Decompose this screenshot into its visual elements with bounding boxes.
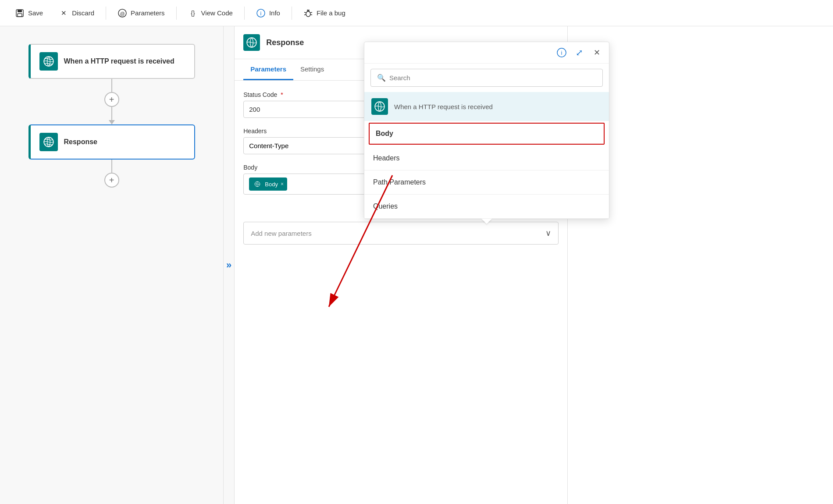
connector-arrow-1 <box>109 120 115 124</box>
trigger-node[interactable]: When a HTTP request is received <box>28 44 195 79</box>
chevron-down-icon: ∨ <box>545 228 551 238</box>
body-token-label: Body <box>265 181 278 188</box>
add-step-button-2[interactable]: + <box>104 173 119 188</box>
info-button[interactable]: i Info <box>250 5 286 21</box>
expand-arrow[interactable]: » <box>224 26 235 504</box>
divider-4 <box>292 7 292 20</box>
divider-2 <box>176 7 177 20</box>
svg-text:{}: {} <box>191 10 195 17</box>
info-icon: i <box>256 8 266 18</box>
save-label: Save <box>28 9 43 17</box>
response-title: Response <box>266 38 304 47</box>
body-token-close[interactable]: × <box>281 181 284 187</box>
view-code-icon: {} <box>188 8 198 18</box>
tab-parameters[interactable]: Parameters <box>243 59 293 80</box>
bug-icon <box>303 8 313 18</box>
main-area: When a HTTP request is received + Respon… <box>0 26 833 504</box>
connector-1: + <box>104 79 119 124</box>
tab-settings[interactable]: Settings <box>293 59 331 80</box>
svg-text:i: i <box>561 50 562 56</box>
parameters-icon: @ <box>117 8 127 18</box>
svg-point-15 <box>308 9 309 10</box>
divider-3 <box>244 7 245 20</box>
response-globe-icon <box>43 136 54 148</box>
svg-line-10 <box>310 12 312 13</box>
svg-rect-1 <box>18 10 22 12</box>
file-bug-label: File a bug <box>317 9 345 17</box>
divider-1 <box>106 7 106 20</box>
view-code-label: View Code <box>201 9 233 17</box>
search-icon: 🔍 <box>377 74 386 82</box>
svg-point-14 <box>307 9 308 10</box>
dropdown-tail <box>481 219 492 224</box>
view-code-button[interactable]: {} View Code <box>182 5 239 21</box>
dropdown-trigger-row[interactable]: When a HTTP request is received <box>364 92 609 121</box>
parameters-label: Parameters <box>131 9 165 17</box>
dropdown-trigger-label: When a HTTP request is received <box>394 103 493 110</box>
response-node-label: Response <box>64 138 97 147</box>
svg-text:@: @ <box>120 11 125 16</box>
response-header-icon <box>243 34 260 51</box>
save-button[interactable]: Save <box>9 5 49 21</box>
dropdown-panel: i ⤢ ✕ 🔍 When a HTTP request is received <box>364 42 609 219</box>
response-header-globe-icon <box>246 37 257 48</box>
svg-line-12 <box>310 14 312 15</box>
dropdown-expand-icon[interactable]: ⤢ <box>573 46 585 59</box>
toolbar: Save ✕ Discard @ Parameters {} View Code… <box>0 0 833 26</box>
discard-button[interactable]: ✕ Discard <box>53 5 100 21</box>
connector-line-2 <box>111 107 112 120</box>
add-step-button-1[interactable]: + <box>104 92 119 107</box>
svg-rect-2 <box>18 14 22 17</box>
dropdown-item-headers[interactable]: Headers <box>364 146 609 170</box>
connector-line-3 <box>111 160 112 173</box>
svg-text:i: i <box>260 10 261 17</box>
dropdown-close-icon[interactable]: ✕ <box>591 46 603 59</box>
search-box: 🔍 <box>370 69 603 87</box>
response-node[interactable]: Response <box>28 124 195 160</box>
dropdown-trigger-icon <box>371 98 388 115</box>
globe-icon <box>43 56 54 67</box>
dropdown-top-bar: i ⤢ ✕ <box>364 42 609 64</box>
add-params-dropdown[interactable]: Add new parameters ∨ <box>243 222 559 245</box>
discard-icon: ✕ <box>59 8 68 18</box>
dropdown-info-icon[interactable]: i <box>555 46 568 59</box>
dropdown-item-queries[interactable]: Queries <box>364 195 609 219</box>
token-icon <box>253 179 262 189</box>
file-bug-button[interactable]: File a bug <box>297 5 352 21</box>
response-node-icon <box>39 133 58 151</box>
svg-line-11 <box>304 14 306 15</box>
svg-line-9 <box>304 12 306 13</box>
svg-point-8 <box>306 11 310 17</box>
dropdown-item-path-parameters[interactable]: Path Parameters <box>364 170 609 195</box>
required-indicator: * <box>281 91 283 98</box>
flow-canvas: When a HTTP request is received + Respon… <box>0 26 224 504</box>
trigger-node-label: When a HTTP request is received <box>64 57 174 66</box>
body-token-chip: Body × <box>249 177 287 191</box>
connector-line-1 <box>111 79 112 92</box>
dropdown-item-body[interactable]: Body <box>369 123 605 145</box>
info-label: Info <box>269 9 280 17</box>
parameters-button[interactable]: @ Parameters <box>111 5 171 21</box>
token-globe-icon <box>254 181 260 187</box>
dropdown-globe-icon <box>374 101 385 112</box>
add-params-label: Add new parameters <box>251 230 311 237</box>
save-icon <box>15 8 25 18</box>
search-input[interactable] <box>389 74 596 82</box>
discard-label: Discard <box>72 9 94 17</box>
connector-2: + <box>104 160 119 188</box>
trigger-node-icon <box>39 52 58 71</box>
